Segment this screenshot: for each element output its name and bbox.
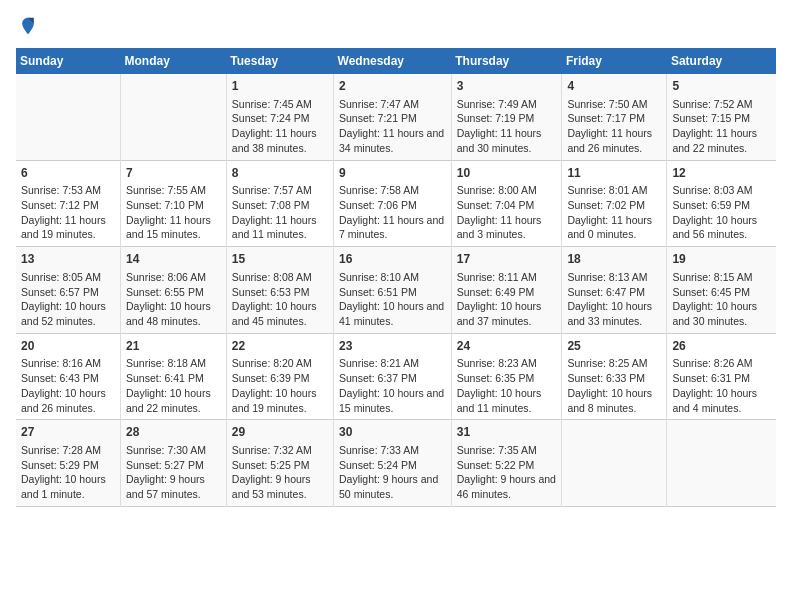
day-number: 19 <box>672 251 771 268</box>
day-info: Sunrise: 7:58 AMSunset: 7:06 PMDaylight:… <box>339 183 446 242</box>
day-number: 4 <box>567 78 661 95</box>
day-number: 1 <box>232 78 328 95</box>
day-info: Sunrise: 8:03 AMSunset: 6:59 PMDaylight:… <box>672 183 771 242</box>
day-cell: 10Sunrise: 8:00 AMSunset: 7:04 PMDayligh… <box>451 160 562 247</box>
day-cell: 19Sunrise: 8:15 AMSunset: 6:45 PMDayligh… <box>667 247 776 334</box>
day-info: Sunrise: 8:11 AMSunset: 6:49 PMDaylight:… <box>457 270 557 329</box>
day-cell <box>16 74 121 160</box>
day-number: 24 <box>457 338 557 355</box>
day-info: Sunrise: 8:23 AMSunset: 6:35 PMDaylight:… <box>457 356 557 415</box>
day-number: 28 <box>126 424 221 441</box>
day-info: Sunrise: 8:10 AMSunset: 6:51 PMDaylight:… <box>339 270 446 329</box>
week-row-1: 1Sunrise: 7:45 AMSunset: 7:24 PMDaylight… <box>16 74 776 160</box>
day-number: 29 <box>232 424 328 441</box>
day-cell: 1Sunrise: 7:45 AMSunset: 7:24 PMDaylight… <box>226 74 333 160</box>
day-number: 2 <box>339 78 446 95</box>
day-cell: 15Sunrise: 8:08 AMSunset: 6:53 PMDayligh… <box>226 247 333 334</box>
day-info: Sunrise: 7:49 AMSunset: 7:19 PMDaylight:… <box>457 97 557 156</box>
day-number: 25 <box>567 338 661 355</box>
day-info: Sunrise: 7:30 AMSunset: 5:27 PMDaylight:… <box>126 443 221 502</box>
day-number: 30 <box>339 424 446 441</box>
day-info: Sunrise: 8:00 AMSunset: 7:04 PMDaylight:… <box>457 183 557 242</box>
week-row-3: 13Sunrise: 8:05 AMSunset: 6:57 PMDayligh… <box>16 247 776 334</box>
day-cell <box>562 420 667 507</box>
day-info: Sunrise: 7:57 AMSunset: 7:08 PMDaylight:… <box>232 183 328 242</box>
day-cell: 31Sunrise: 7:35 AMSunset: 5:22 PMDayligh… <box>451 420 562 507</box>
day-info: Sunrise: 7:55 AMSunset: 7:10 PMDaylight:… <box>126 183 221 242</box>
weekday-header-friday: Friday <box>562 48 667 74</box>
day-cell: 21Sunrise: 8:18 AMSunset: 6:41 PMDayligh… <box>121 333 227 420</box>
day-info: Sunrise: 7:50 AMSunset: 7:17 PMDaylight:… <box>567 97 661 156</box>
day-cell <box>121 74 227 160</box>
day-number: 6 <box>21 165 115 182</box>
day-info: Sunrise: 7:35 AMSunset: 5:22 PMDaylight:… <box>457 443 557 502</box>
day-cell: 25Sunrise: 8:25 AMSunset: 6:33 PMDayligh… <box>562 333 667 420</box>
day-number: 8 <box>232 165 328 182</box>
day-info: Sunrise: 8:06 AMSunset: 6:55 PMDaylight:… <box>126 270 221 329</box>
day-cell <box>667 420 776 507</box>
weekday-header-row: SundayMondayTuesdayWednesdayThursdayFrid… <box>16 48 776 74</box>
weekday-header-wednesday: Wednesday <box>334 48 452 74</box>
day-info: Sunrise: 7:53 AMSunset: 7:12 PMDaylight:… <box>21 183 115 242</box>
page-header <box>16 16 776 36</box>
day-cell: 14Sunrise: 8:06 AMSunset: 6:55 PMDayligh… <box>121 247 227 334</box>
day-number: 14 <box>126 251 221 268</box>
day-info: Sunrise: 8:15 AMSunset: 6:45 PMDaylight:… <box>672 270 771 329</box>
day-info: Sunrise: 8:25 AMSunset: 6:33 PMDaylight:… <box>567 356 661 415</box>
weekday-header-saturday: Saturday <box>667 48 776 74</box>
day-number: 12 <box>672 165 771 182</box>
weekday-header-tuesday: Tuesday <box>226 48 333 74</box>
day-cell: 26Sunrise: 8:26 AMSunset: 6:31 PMDayligh… <box>667 333 776 420</box>
day-cell: 11Sunrise: 8:01 AMSunset: 7:02 PMDayligh… <box>562 160 667 247</box>
day-number: 17 <box>457 251 557 268</box>
day-info: Sunrise: 8:18 AMSunset: 6:41 PMDaylight:… <box>126 356 221 415</box>
day-number: 18 <box>567 251 661 268</box>
week-row-5: 27Sunrise: 7:28 AMSunset: 5:29 PMDayligh… <box>16 420 776 507</box>
day-cell: 5Sunrise: 7:52 AMSunset: 7:15 PMDaylight… <box>667 74 776 160</box>
day-number: 27 <box>21 424 115 441</box>
day-cell: 20Sunrise: 8:16 AMSunset: 6:43 PMDayligh… <box>16 333 121 420</box>
day-number: 11 <box>567 165 661 182</box>
day-cell: 8Sunrise: 7:57 AMSunset: 7:08 PMDaylight… <box>226 160 333 247</box>
day-info: Sunrise: 8:01 AMSunset: 7:02 PMDaylight:… <box>567 183 661 242</box>
day-cell: 17Sunrise: 8:11 AMSunset: 6:49 PMDayligh… <box>451 247 562 334</box>
day-number: 3 <box>457 78 557 95</box>
day-info: Sunrise: 8:26 AMSunset: 6:31 PMDaylight:… <box>672 356 771 415</box>
day-info: Sunrise: 8:05 AMSunset: 6:57 PMDaylight:… <box>21 270 115 329</box>
day-number: 10 <box>457 165 557 182</box>
calendar-table: SundayMondayTuesdayWednesdayThursdayFrid… <box>16 48 776 507</box>
day-cell: 7Sunrise: 7:55 AMSunset: 7:10 PMDaylight… <box>121 160 227 247</box>
day-info: Sunrise: 8:08 AMSunset: 6:53 PMDaylight:… <box>232 270 328 329</box>
day-cell: 2Sunrise: 7:47 AMSunset: 7:21 PMDaylight… <box>334 74 452 160</box>
day-info: Sunrise: 8:16 AMSunset: 6:43 PMDaylight:… <box>21 356 115 415</box>
day-cell: 18Sunrise: 8:13 AMSunset: 6:47 PMDayligh… <box>562 247 667 334</box>
day-cell: 27Sunrise: 7:28 AMSunset: 5:29 PMDayligh… <box>16 420 121 507</box>
day-number: 15 <box>232 251 328 268</box>
day-number: 20 <box>21 338 115 355</box>
logo-icon <box>18 16 38 36</box>
day-number: 22 <box>232 338 328 355</box>
day-cell: 24Sunrise: 8:23 AMSunset: 6:35 PMDayligh… <box>451 333 562 420</box>
day-cell: 3Sunrise: 7:49 AMSunset: 7:19 PMDaylight… <box>451 74 562 160</box>
logo <box>16 16 40 36</box>
day-number: 23 <box>339 338 446 355</box>
day-number: 9 <box>339 165 446 182</box>
weekday-header-sunday: Sunday <box>16 48 121 74</box>
day-number: 16 <box>339 251 446 268</box>
day-cell: 30Sunrise: 7:33 AMSunset: 5:24 PMDayligh… <box>334 420 452 507</box>
day-cell: 9Sunrise: 7:58 AMSunset: 7:06 PMDaylight… <box>334 160 452 247</box>
weekday-header-thursday: Thursday <box>451 48 562 74</box>
day-cell: 12Sunrise: 8:03 AMSunset: 6:59 PMDayligh… <box>667 160 776 247</box>
day-number: 5 <box>672 78 771 95</box>
day-info: Sunrise: 7:52 AMSunset: 7:15 PMDaylight:… <box>672 97 771 156</box>
weekday-header-monday: Monday <box>121 48 227 74</box>
day-number: 26 <box>672 338 771 355</box>
week-row-2: 6Sunrise: 7:53 AMSunset: 7:12 PMDaylight… <box>16 160 776 247</box>
day-info: Sunrise: 8:20 AMSunset: 6:39 PMDaylight:… <box>232 356 328 415</box>
day-cell: 16Sunrise: 8:10 AMSunset: 6:51 PMDayligh… <box>334 247 452 334</box>
week-row-4: 20Sunrise: 8:16 AMSunset: 6:43 PMDayligh… <box>16 333 776 420</box>
day-info: Sunrise: 7:28 AMSunset: 5:29 PMDaylight:… <box>21 443 115 502</box>
day-cell: 28Sunrise: 7:30 AMSunset: 5:27 PMDayligh… <box>121 420 227 507</box>
day-info: Sunrise: 8:13 AMSunset: 6:47 PMDaylight:… <box>567 270 661 329</box>
day-cell: 4Sunrise: 7:50 AMSunset: 7:17 PMDaylight… <box>562 74 667 160</box>
